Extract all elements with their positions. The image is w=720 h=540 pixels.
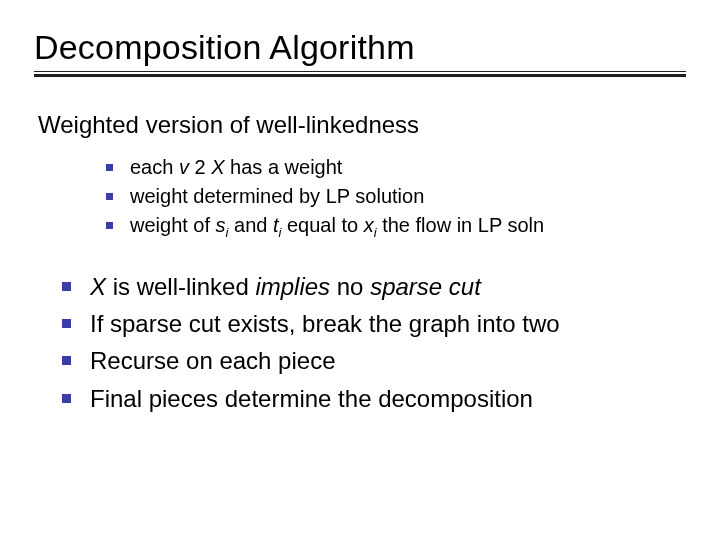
title-rule <box>34 71 686 77</box>
list-item: weight determined by LP solution <box>106 182 686 211</box>
list-item: weight of si and ti equal to xi the flow… <box>106 211 686 240</box>
text-run: If sparse cut exists, break the graph in… <box>90 310 560 337</box>
slide-title: Decomposition Algorithm <box>34 28 686 67</box>
italic-run: implies <box>255 273 330 300</box>
bullet-icon <box>62 356 71 365</box>
italic-run: xi <box>364 214 377 236</box>
list-item: X is well-linked implies no sparse cut <box>62 268 686 305</box>
bullet-icon <box>62 394 71 403</box>
text-run: Final pieces determine the decomposition <box>90 385 533 412</box>
inner-list: each v 2 X has a weight weight determine… <box>106 153 686 240</box>
text-run: the flow in LP soln <box>377 214 545 236</box>
bullet-icon <box>106 193 113 200</box>
slide: Decomposition Algorithm Weighted version… <box>0 0 720 540</box>
text-run: has a weight <box>225 156 343 178</box>
text-run: Recurse on each piece <box>90 347 335 374</box>
text-run: is well-linked <box>106 273 255 300</box>
italic-run: sparse cut <box>370 273 481 300</box>
italic-run: X <box>211 156 224 178</box>
text-run: weight of <box>130 214 216 236</box>
italic-run: si <box>216 214 229 236</box>
list-item: each v 2 X has a weight <box>106 153 686 182</box>
slide-subtitle: Weighted version of well-linkedness <box>38 111 686 139</box>
text-run: each <box>130 156 179 178</box>
text-run: 2 <box>195 156 212 178</box>
outer-list: X is well-linked implies no sparse cut I… <box>62 268 686 417</box>
list-item: Recurse on each piece <box>62 342 686 379</box>
text-run: and <box>229 214 273 236</box>
bullet-icon <box>62 282 71 291</box>
text-run: weight determined by LP solution <box>130 185 424 207</box>
bullet-icon <box>106 164 113 171</box>
bullet-icon <box>62 319 71 328</box>
list-item: If sparse cut exists, break the graph in… <box>62 305 686 342</box>
text-run: equal to <box>281 214 363 236</box>
rule-thick <box>34 74 686 77</box>
italic-run: v <box>179 156 195 178</box>
bullet-icon <box>106 222 113 229</box>
list-item: Final pieces determine the decomposition <box>62 380 686 417</box>
rule-thin <box>34 71 686 72</box>
italic-run: X <box>90 273 106 300</box>
text-run: no <box>330 273 370 300</box>
